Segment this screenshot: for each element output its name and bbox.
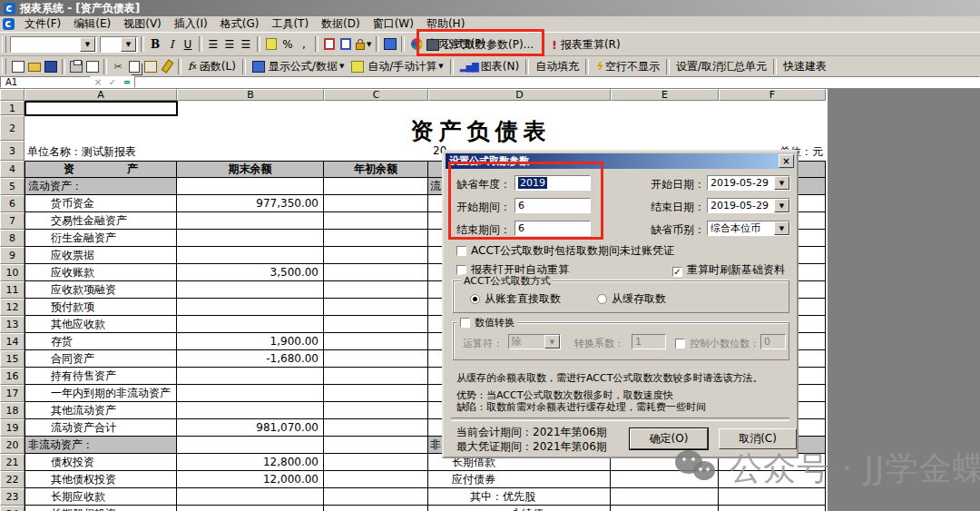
end-date-select[interactable]: 2019-05-29▼ [707,198,790,213]
align-left-button[interactable]: ☰ [205,35,221,54]
include-unposted-checkbox[interactable]: ACCT公式取数时包括取数期间未过账凭证 [456,243,674,259]
cell[interactable]: 年初余额 [324,161,428,178]
print-button[interactable] [68,57,84,75]
new-button[interactable] [10,57,26,75]
column-header[interactable]: E [611,89,719,101]
checkbox-checked-icon[interactable]: ✓ [672,267,682,277]
cell[interactable]: 合同资产 [24,350,177,368]
cell[interactable] [177,178,324,195]
cell[interactable] [324,212,428,230]
row-header[interactable]: 16 [0,368,24,385]
toolbar-grip[interactable] [2,58,6,74]
cell[interactable] [177,281,324,299]
menu-edit[interactable]: 编辑(E) [67,15,117,33]
cell-attr-button[interactable] [338,35,354,54]
cell[interactable] [324,454,428,471]
cell[interactable]: 流动资产合计 [24,419,177,437]
cell[interactable] [324,264,428,281]
row-header[interactable]: 19 [0,419,24,437]
cell[interactable] [324,368,428,385]
cell[interactable] [177,437,324,454]
cell[interactable]: 其中：优先股 [428,488,611,506]
recalc-button[interactable]: ! 报表重算(R) [548,35,624,54]
equals-icon[interactable]: = [120,76,134,88]
row-header[interactable]: 9 [0,247,24,264]
cell[interactable]: 存货 [24,333,177,350]
row-header[interactable]: 24 [0,506,24,511]
auto-calc-button[interactable]: 自动/手动计算▼ [348,57,446,75]
cell[interactable]: 12,000.00 [177,471,324,488]
fetch-direct-radio[interactable]: 从账套直接取数 [470,291,561,307]
view-area-button[interactable] [382,35,398,54]
cell[interactable]: 衍生金融资产 [24,230,177,247]
select-all-corner[interactable] [0,89,24,101]
column-header[interactable]: D [428,89,611,101]
cell[interactable]: -1,680.00 [177,350,324,368]
radio-selected-icon[interactable] [470,294,480,304]
lock-cell-button[interactable]: ▼ [354,35,373,54]
row-header[interactable]: 12 [0,299,24,316]
row-header[interactable]: 6 [0,195,24,212]
quick-table-button[interactable]: 快速建表 [779,57,830,75]
cell[interactable] [324,316,428,333]
save-button[interactable] [43,57,59,75]
cell[interactable]: 预付款项 [24,299,177,316]
chevron-down-icon[interactable]: ▼ [774,199,789,212]
summary-cell-button[interactable]: 设置/取消汇总单元 [672,57,770,75]
toolbar-grip[interactable] [2,36,6,53]
align-right-button[interactable]: ☰ [238,35,254,54]
cell[interactable] [324,178,428,195]
cell[interactable] [324,299,428,316]
selected-cell-a1[interactable] [24,101,178,116]
cell[interactable] [324,195,428,212]
preview-button[interactable] [84,57,101,75]
font-name-select[interactable]: ▼ [10,36,97,53]
formula-input[interactable] [134,76,980,88]
row-header[interactable]: 4 [0,161,24,178]
title-bar[interactable]: 报表系统 - [资产负债表] [0,0,980,16]
chevron-down-icon[interactable]: ▼ [121,37,136,52]
cell[interactable]: 应收款项融资 [24,281,177,299]
cell[interactable]: 永续债 [428,506,611,511]
cell[interactable]: 3,500.00 [177,264,324,281]
cell[interactable]: 一年内到期的非流动资产 [24,385,177,402]
chart-button[interactable]: ▂▅▇图表(N) [456,57,523,75]
cell[interactable]: 交易性金融资产 [24,212,177,230]
cancel-entry-icon[interactable]: × [91,76,105,88]
cell[interactable] [177,212,324,230]
cell[interactable] [177,506,324,511]
cell[interactable] [324,333,428,350]
row-header[interactable]: 10 [0,264,24,281]
cell[interactable] [324,506,428,511]
start-date-select[interactable]: 2019-05-29▼ [707,175,790,191]
cut-button[interactable]: ✂ [110,57,126,75]
paste-button[interactable] [142,57,159,75]
checkbox-icon[interactable] [460,318,470,328]
cell[interactable]: 981,070.00 [177,419,324,437]
row-header[interactable]: 2 [0,115,24,141]
cell[interactable] [177,385,324,402]
cell[interactable]: 其他流动资产 [24,402,177,419]
font-size-select[interactable]: ▼ [100,36,138,53]
cell[interactable] [324,437,428,454]
cell[interactable]: 应收账款 [24,264,177,281]
copy-button[interactable] [126,57,142,75]
cell[interactable] [177,488,324,506]
convert-checkbox[interactable]: 数值转换 [457,316,517,329]
row-header[interactable]: 8 [0,230,24,247]
open-button[interactable] [26,57,43,75]
show-formula-button[interactable]: 显示公式/数据▼ [249,57,348,75]
cell[interactable]: 应收票据 [24,247,177,264]
cell[interactable] [177,247,324,264]
cell[interactable]: 持有待售资产 [24,368,177,385]
menu-view[interactable]: 视图(V) [117,15,168,33]
cell[interactable]: 债权投资 [24,454,177,471]
row-header[interactable]: 20 [0,437,24,454]
cell[interactable]: 977,350.00 [177,195,324,212]
row-header[interactable]: 22 [0,471,24,488]
row-header[interactable]: 23 [0,488,24,506]
cell[interactable]: 长期应收款 [24,488,177,506]
bold-button[interactable]: B [147,35,163,54]
chevron-down-icon[interactable]: ▼ [774,176,789,190]
row-header[interactable]: 1 [0,101,24,115]
